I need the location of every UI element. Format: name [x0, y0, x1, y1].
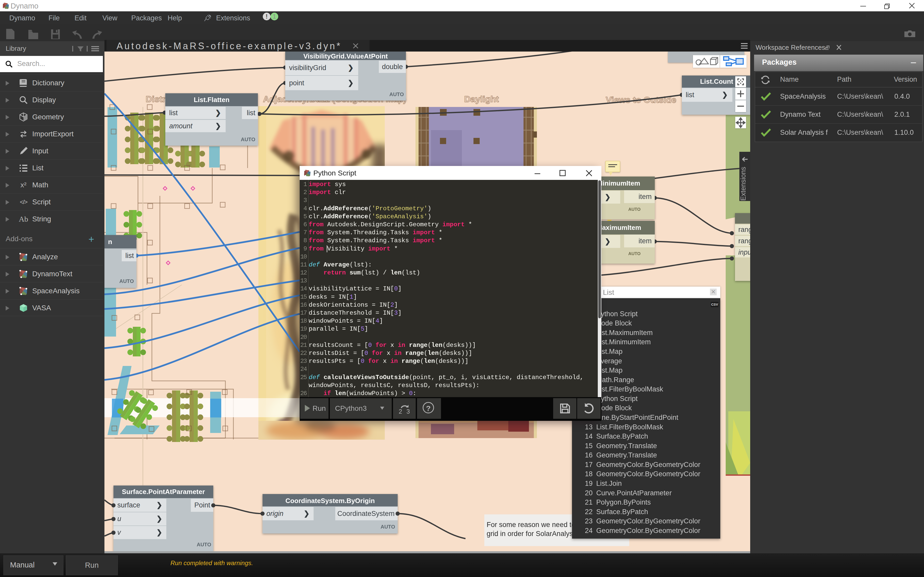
svg-text:2: 2 [399, 408, 402, 415]
svg-text:3: 3 [406, 408, 410, 415]
